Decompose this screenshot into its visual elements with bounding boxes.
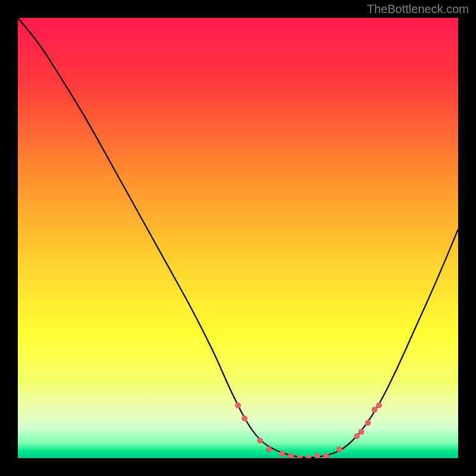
highlight-marker [354,433,360,439]
highlight-marker [266,446,272,452]
highlight-marker [376,402,382,408]
highlight-marker [371,407,377,413]
highlight-marker [365,420,371,426]
plot-area [18,18,458,458]
highlight-marker [336,446,342,452]
highlight-marker [242,415,248,421]
chart-svg [18,18,458,458]
highlight-marker [257,437,263,443]
highlight-marker [235,402,241,408]
gradient-background [18,18,458,458]
highlight-marker [358,429,364,435]
watermark-text: TheBottleneck.com [367,2,469,16]
highlight-marker [279,451,285,457]
